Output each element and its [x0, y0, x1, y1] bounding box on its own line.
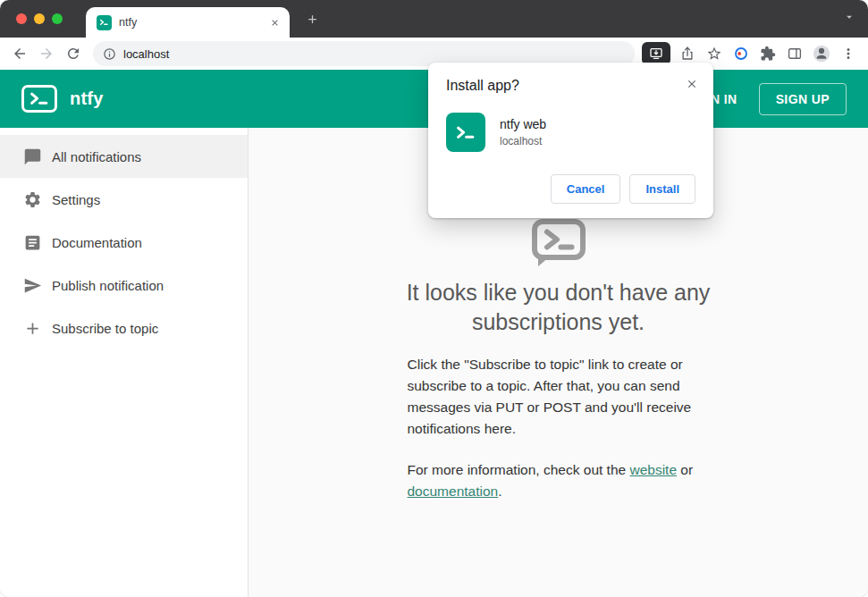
- dialog-close-icon[interactable]: [683, 75, 701, 93]
- ntfy-empty-state-logo-icon: [530, 217, 587, 271]
- cancel-button[interactable]: Cancel: [551, 174, 621, 204]
- sign-up-button[interactable]: SIGN UP: [759, 83, 847, 115]
- documentation-link[interactable]: documentation: [408, 483, 499, 499]
- sidebar: All notifications Settings Documentation…: [0, 128, 249, 597]
- sidebar-item-documentation[interactable]: Documentation: [0, 221, 248, 264]
- zoom-window-button[interactable]: [52, 13, 63, 24]
- empty-state-links-paragraph: For more information, check out the webs…: [408, 459, 710, 502]
- extension-badge-icon[interactable]: [729, 41, 754, 66]
- plus-icon: [22, 318, 42, 338]
- install-app-info: ntfy web localhost: [446, 113, 695, 152]
- sidebar-item-label: Subscribe to topic: [52, 321, 158, 336]
- side-panel-icon[interactable]: [782, 41, 807, 66]
- website-link[interactable]: website: [629, 462, 677, 477]
- install-app-origin: localhost: [500, 135, 546, 147]
- text-fragment: or: [677, 462, 693, 477]
- ntfy-app-icon: [446, 113, 485, 152]
- sidebar-item-label: Settings: [52, 192, 100, 207]
- text-fragment: For more information, check out the: [408, 462, 630, 477]
- address-url: localhost: [123, 47, 169, 61]
- window-controls: [16, 13, 63, 24]
- sidebar-item-label: Documentation: [52, 235, 142, 250]
- send-icon: [22, 275, 42, 295]
- extensions-puzzle-icon[interactable]: [755, 41, 780, 66]
- ntfy-logo-icon: [21, 85, 57, 113]
- sidebar-item-label: Publish notification: [52, 278, 164, 293]
- menu-kebab-icon[interactable]: [836, 41, 861, 66]
- browser-tab[interactable]: ntfy: [86, 7, 290, 38]
- sidebar-item-settings[interactable]: Settings: [0, 178, 248, 221]
- article-icon: [22, 232, 42, 252]
- tab-title: ntfy: [119, 16, 260, 29]
- tab-close-icon[interactable]: [267, 15, 282, 30]
- empty-state-paragraph: Click the "Subscribe to topic" link to c…: [408, 354, 710, 440]
- ntfy-favicon-icon: [97, 15, 112, 30]
- sidebar-item-publish-notification[interactable]: Publish notification: [0, 264, 248, 307]
- gear-icon: [22, 189, 42, 209]
- sidebar-item-label: All notifications: [52, 149, 141, 164]
- back-button[interactable]: [7, 41, 32, 66]
- sidebar-item-all-notifications[interactable]: All notifications: [0, 135, 248, 178]
- install-dialog-title: Install app?: [446, 78, 695, 94]
- install-app-meta: ntfy web localhost: [500, 117, 546, 147]
- app-title: ntfy: [70, 88, 103, 109]
- minimize-window-button[interactable]: [34, 13, 45, 24]
- sidebar-item-subscribe-to-topic[interactable]: Subscribe to topic: [0, 307, 248, 349]
- install-app-name: ntfy web: [500, 117, 546, 131]
- install-app-dialog: Install app? ntfy web localhost Cancel I…: [428, 63, 713, 218]
- empty-state-text: Click the "Subscribe to topic" link to c…: [408, 354, 710, 522]
- forward-button[interactable]: [34, 41, 59, 66]
- tab-strip: ntfy: [0, 0, 868, 38]
- chat-bubble-icon: [22, 147, 42, 166]
- browser-window: ntfy localhost: [0, 0, 868, 597]
- empty-state-title: It looks like you don't have any subscri…: [362, 278, 755, 336]
- new-tab-button[interactable]: [300, 7, 324, 30]
- install-dialog-buttons: Cancel Install: [446, 174, 695, 204]
- text-fragment: .: [498, 483, 501, 499]
- reload-button[interactable]: [61, 41, 86, 66]
- close-window-button[interactable]: [16, 13, 27, 24]
- site-info-icon[interactable]: [103, 47, 116, 61]
- install-button[interactable]: Install: [629, 174, 695, 204]
- tab-search-chevron-icon[interactable]: [843, 11, 855, 27]
- profile-avatar[interactable]: [809, 41, 834, 66]
